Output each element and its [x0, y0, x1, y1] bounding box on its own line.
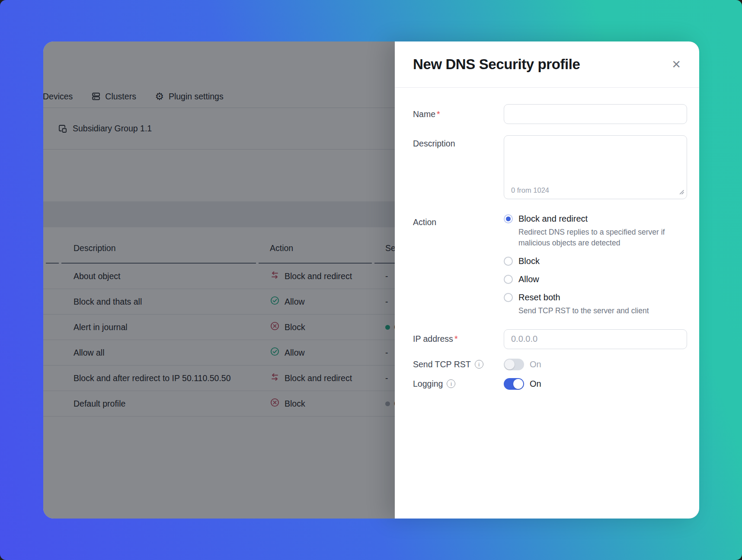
- required-asterisk: *: [454, 334, 458, 344]
- resize-handle-icon[interactable]: [679, 188, 684, 196]
- action-option-block-and-redirect[interactable]: Block and redirect Redirect DNS replies …: [504, 214, 687, 248]
- tcp-rst-row: Send TCP RST i On: [413, 359, 692, 370]
- logging-state: On: [530, 379, 541, 389]
- modal-header: New DNS Security profile ✕: [395, 41, 699, 88]
- screenshot-root: Devices Clusters ⚙ Plugin settings Subsi…: [0, 0, 742, 560]
- action-radio-group: Block and redirect Redirect DNS replies …: [504, 214, 687, 316]
- ip-field-row: IP address*: [413, 329, 692, 349]
- radio-icon[interactable]: [504, 257, 513, 266]
- modal-form: Name* Description 0 from 1024: [395, 88, 699, 390]
- name-label: Name: [413, 109, 435, 119]
- modal-title: New DNS Security profile: [413, 56, 580, 73]
- description-field-row: Description 0 from 1024: [413, 135, 692, 199]
- action-option-helper: Send TCP RST to the server and client: [518, 305, 668, 316]
- required-asterisk: *: [437, 109, 440, 119]
- tcp-rst-toggle[interactable]: [504, 359, 524, 370]
- action-option-label: Block: [518, 256, 540, 266]
- action-option-label: Block and redirect: [518, 214, 588, 224]
- action-label: Action: [413, 217, 436, 227]
- action-field-row: Action Block and redirect Redirect DNS r…: [413, 214, 692, 316]
- action-option-allow[interactable]: Allow: [504, 274, 687, 284]
- name-input[interactable]: [504, 104, 687, 124]
- radio-icon[interactable]: [504, 214, 513, 223]
- action-option-reset-both[interactable]: Reset both Send TCP RST to the server an…: [504, 293, 687, 316]
- description-label: Description: [413, 139, 455, 149]
- logging-toggle[interactable]: [504, 378, 524, 390]
- radio-icon[interactable]: [504, 293, 513, 302]
- action-option-block[interactable]: Block: [504, 256, 687, 266]
- action-option-label: Allow: [518, 274, 539, 284]
- info-icon[interactable]: i: [475, 360, 483, 369]
- logging-row: Logging i On: [413, 378, 692, 390]
- description-textarea[interactable]: [504, 135, 687, 199]
- info-icon[interactable]: i: [447, 379, 455, 388]
- tcp-rst-label: Send TCP RST: [413, 360, 471, 369]
- action-option-helper: Redirect DNS replies to a specified serv…: [518, 227, 668, 248]
- tcp-rst-state: On: [530, 360, 541, 369]
- name-field-row: Name*: [413, 104, 692, 124]
- ip-label: IP address: [413, 334, 453, 344]
- close-icon[interactable]: ✕: [670, 57, 683, 72]
- action-option-label: Reset both: [518, 293, 560, 302]
- logging-label: Logging: [413, 379, 443, 389]
- radio-icon[interactable]: [504, 275, 513, 284]
- ip-input[interactable]: [504, 329, 687, 349]
- new-dns-profile-modal: New DNS Security profile ✕ Name* Descrip…: [395, 41, 699, 519]
